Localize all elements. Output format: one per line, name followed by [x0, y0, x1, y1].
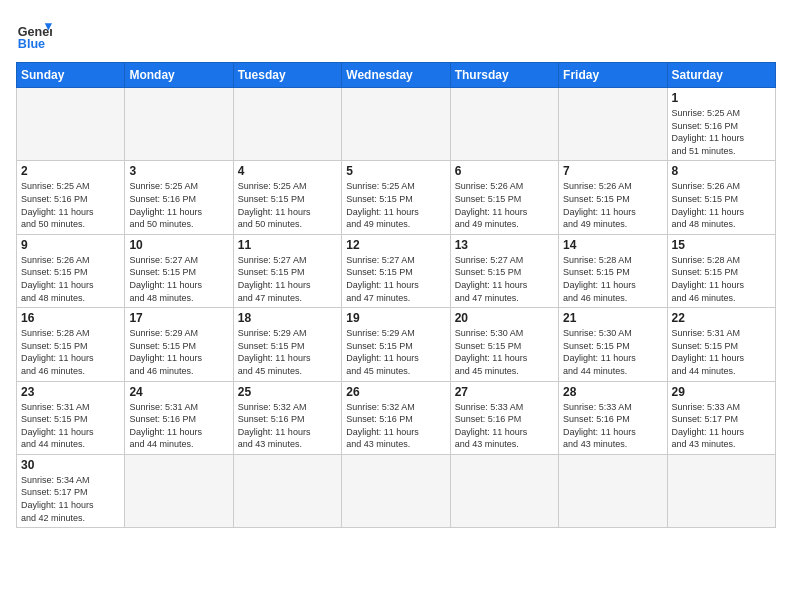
- day-number: 13: [455, 238, 554, 252]
- day-number: 11: [238, 238, 337, 252]
- calendar-header-friday: Friday: [559, 63, 667, 88]
- day-info: Sunrise: 5:26 AM Sunset: 5:15 PM Dayligh…: [455, 180, 554, 230]
- day-info: Sunrise: 5:26 AM Sunset: 5:15 PM Dayligh…: [672, 180, 771, 230]
- day-number: 7: [563, 164, 662, 178]
- calendar-week-row: 16Sunrise: 5:28 AM Sunset: 5:15 PM Dayli…: [17, 308, 776, 381]
- calendar-cell: 2Sunrise: 5:25 AM Sunset: 5:16 PM Daylig…: [17, 161, 125, 234]
- calendar-week-row: 30Sunrise: 5:34 AM Sunset: 5:17 PM Dayli…: [17, 454, 776, 527]
- day-number: 1: [672, 91, 771, 105]
- calendar-cell: 18Sunrise: 5:29 AM Sunset: 5:15 PM Dayli…: [233, 308, 341, 381]
- calendar-cell: [125, 454, 233, 527]
- calendar-cell: [233, 88, 341, 161]
- day-number: 2: [21, 164, 120, 178]
- calendar-cell: 10Sunrise: 5:27 AM Sunset: 5:15 PM Dayli…: [125, 234, 233, 307]
- page-header: General Blue: [16, 16, 776, 52]
- day-number: 9: [21, 238, 120, 252]
- day-number: 21: [563, 311, 662, 325]
- day-number: 17: [129, 311, 228, 325]
- day-number: 19: [346, 311, 445, 325]
- calendar-cell: 29Sunrise: 5:33 AM Sunset: 5:17 PM Dayli…: [667, 381, 775, 454]
- calendar-cell: 16Sunrise: 5:28 AM Sunset: 5:15 PM Dayli…: [17, 308, 125, 381]
- calendar-cell: 25Sunrise: 5:32 AM Sunset: 5:16 PM Dayli…: [233, 381, 341, 454]
- day-info: Sunrise: 5:29 AM Sunset: 5:15 PM Dayligh…: [346, 327, 445, 377]
- calendar-cell: [17, 88, 125, 161]
- day-info: Sunrise: 5:33 AM Sunset: 5:17 PM Dayligh…: [672, 401, 771, 451]
- calendar-cell: [342, 454, 450, 527]
- calendar-cell: 12Sunrise: 5:27 AM Sunset: 5:15 PM Dayli…: [342, 234, 450, 307]
- calendar-week-row: 1Sunrise: 5:25 AM Sunset: 5:16 PM Daylig…: [17, 88, 776, 161]
- calendar-cell: 9Sunrise: 5:26 AM Sunset: 5:15 PM Daylig…: [17, 234, 125, 307]
- calendar-week-row: 2Sunrise: 5:25 AM Sunset: 5:16 PM Daylig…: [17, 161, 776, 234]
- day-number: 28: [563, 385, 662, 399]
- day-info: Sunrise: 5:33 AM Sunset: 5:16 PM Dayligh…: [455, 401, 554, 451]
- day-info: Sunrise: 5:27 AM Sunset: 5:15 PM Dayligh…: [238, 254, 337, 304]
- day-number: 30: [21, 458, 120, 472]
- calendar-cell: 24Sunrise: 5:31 AM Sunset: 5:16 PM Dayli…: [125, 381, 233, 454]
- calendar-header-monday: Monday: [125, 63, 233, 88]
- calendar-header-thursday: Thursday: [450, 63, 558, 88]
- day-number: 18: [238, 311, 337, 325]
- day-info: Sunrise: 5:27 AM Sunset: 5:15 PM Dayligh…: [455, 254, 554, 304]
- day-info: Sunrise: 5:28 AM Sunset: 5:15 PM Dayligh…: [563, 254, 662, 304]
- calendar-cell: 7Sunrise: 5:26 AM Sunset: 5:15 PM Daylig…: [559, 161, 667, 234]
- day-info: Sunrise: 5:29 AM Sunset: 5:15 PM Dayligh…: [238, 327, 337, 377]
- day-info: Sunrise: 5:25 AM Sunset: 5:16 PM Dayligh…: [129, 180, 228, 230]
- calendar-cell: 22Sunrise: 5:31 AM Sunset: 5:15 PM Dayli…: [667, 308, 775, 381]
- calendar-cell: [667, 454, 775, 527]
- calendar-cell: 17Sunrise: 5:29 AM Sunset: 5:15 PM Dayli…: [125, 308, 233, 381]
- day-info: Sunrise: 5:30 AM Sunset: 5:15 PM Dayligh…: [455, 327, 554, 377]
- day-info: Sunrise: 5:29 AM Sunset: 5:15 PM Dayligh…: [129, 327, 228, 377]
- day-info: Sunrise: 5:32 AM Sunset: 5:16 PM Dayligh…: [346, 401, 445, 451]
- calendar-cell: 1Sunrise: 5:25 AM Sunset: 5:16 PM Daylig…: [667, 88, 775, 161]
- day-number: 25: [238, 385, 337, 399]
- calendar-header-tuesday: Tuesday: [233, 63, 341, 88]
- day-info: Sunrise: 5:27 AM Sunset: 5:15 PM Dayligh…: [346, 254, 445, 304]
- calendar-cell: [450, 88, 558, 161]
- calendar-cell: 8Sunrise: 5:26 AM Sunset: 5:15 PM Daylig…: [667, 161, 775, 234]
- day-info: Sunrise: 5:30 AM Sunset: 5:15 PM Dayligh…: [563, 327, 662, 377]
- day-info: Sunrise: 5:25 AM Sunset: 5:16 PM Dayligh…: [672, 107, 771, 157]
- day-info: Sunrise: 5:28 AM Sunset: 5:15 PM Dayligh…: [672, 254, 771, 304]
- day-info: Sunrise: 5:34 AM Sunset: 5:17 PM Dayligh…: [21, 474, 120, 524]
- day-number: 15: [672, 238, 771, 252]
- calendar-week-row: 9Sunrise: 5:26 AM Sunset: 5:15 PM Daylig…: [17, 234, 776, 307]
- calendar-header-saturday: Saturday: [667, 63, 775, 88]
- day-number: 26: [346, 385, 445, 399]
- calendar-cell: [450, 454, 558, 527]
- day-number: 14: [563, 238, 662, 252]
- day-number: 29: [672, 385, 771, 399]
- calendar-cell: 13Sunrise: 5:27 AM Sunset: 5:15 PM Dayli…: [450, 234, 558, 307]
- day-number: 8: [672, 164, 771, 178]
- calendar-cell: 21Sunrise: 5:30 AM Sunset: 5:15 PM Dayli…: [559, 308, 667, 381]
- day-number: 12: [346, 238, 445, 252]
- svg-text:Blue: Blue: [18, 37, 45, 51]
- calendar-header-wednesday: Wednesday: [342, 63, 450, 88]
- day-info: Sunrise: 5:27 AM Sunset: 5:15 PM Dayligh…: [129, 254, 228, 304]
- calendar-cell: 23Sunrise: 5:31 AM Sunset: 5:15 PM Dayli…: [17, 381, 125, 454]
- day-info: Sunrise: 5:25 AM Sunset: 5:15 PM Dayligh…: [238, 180, 337, 230]
- day-number: 24: [129, 385, 228, 399]
- calendar-cell: [342, 88, 450, 161]
- day-info: Sunrise: 5:25 AM Sunset: 5:16 PM Dayligh…: [21, 180, 120, 230]
- calendar-cell: [125, 88, 233, 161]
- day-info: Sunrise: 5:28 AM Sunset: 5:15 PM Dayligh…: [21, 327, 120, 377]
- calendar-cell: 26Sunrise: 5:32 AM Sunset: 5:16 PM Dayli…: [342, 381, 450, 454]
- calendar-cell: 6Sunrise: 5:26 AM Sunset: 5:15 PM Daylig…: [450, 161, 558, 234]
- day-info: Sunrise: 5:33 AM Sunset: 5:16 PM Dayligh…: [563, 401, 662, 451]
- day-info: Sunrise: 5:26 AM Sunset: 5:15 PM Dayligh…: [563, 180, 662, 230]
- day-number: 6: [455, 164, 554, 178]
- calendar-cell: [559, 454, 667, 527]
- calendar-header-row: SundayMondayTuesdayWednesdayThursdayFrid…: [17, 63, 776, 88]
- day-info: Sunrise: 5:26 AM Sunset: 5:15 PM Dayligh…: [21, 254, 120, 304]
- day-number: 22: [672, 311, 771, 325]
- calendar-cell: 15Sunrise: 5:28 AM Sunset: 5:15 PM Dayli…: [667, 234, 775, 307]
- day-number: 20: [455, 311, 554, 325]
- calendar-cell: 4Sunrise: 5:25 AM Sunset: 5:15 PM Daylig…: [233, 161, 341, 234]
- day-number: 3: [129, 164, 228, 178]
- calendar-table: SundayMondayTuesdayWednesdayThursdayFrid…: [16, 62, 776, 528]
- day-info: Sunrise: 5:25 AM Sunset: 5:15 PM Dayligh…: [346, 180, 445, 230]
- calendar-cell: 3Sunrise: 5:25 AM Sunset: 5:16 PM Daylig…: [125, 161, 233, 234]
- day-info: Sunrise: 5:31 AM Sunset: 5:15 PM Dayligh…: [21, 401, 120, 451]
- day-number: 4: [238, 164, 337, 178]
- calendar-cell: 28Sunrise: 5:33 AM Sunset: 5:16 PM Dayli…: [559, 381, 667, 454]
